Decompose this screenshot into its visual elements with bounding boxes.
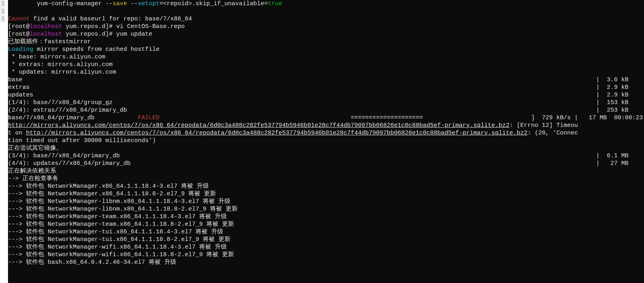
resolving-deps: 正在解决依赖关系 <box>8 167 644 175</box>
blank-line <box>8 8 644 15</box>
package-row: ---> 软件包 NetworkManager-tui.x86_64.1.1.1… <box>8 236 644 243</box>
error-baseurl: Cannot find a valid baseurl for repo: ba… <box>8 15 644 23</box>
package-row: ---> 软件包 NetworkManager-wifi.x86_64.1.1.… <box>8 251 644 259</box>
previous-command-fragment: yum-config-manager --save --setopt=<repo… <box>8 0 644 8</box>
package-row: ---> 软件包 NetworkManager-tui.x86_64.1.1.1… <box>8 228 644 236</box>
mirror-url: http://mirrors.aliyuncs.com/centos/7/os/… <box>26 130 527 136</box>
repo-download-row: base | 3.6 kB 00:00:00 <box>8 76 644 84</box>
checking-transaction: --> 正在检查事务 <box>8 175 644 183</box>
mirror-entry: * updates: mirrors.aliyun.com <box>8 68 644 76</box>
package-row: ---> 软件包 NetworkManager-team.x86_64.1.1.… <box>8 221 644 228</box>
mirror-entry: * base: mirrors.aliyun.com <box>8 53 644 61</box>
terminal-output[interactable]: yum-config-manager --save --setopt=<repo… <box>8 0 644 283</box>
repo-download-row: (1/4): base/7/x86_64/group_gz | 153 kB 0… <box>8 99 644 106</box>
error-url-line-1: http://mirrors.aliyuncs.com/centos/7/os/… <box>8 122 644 129</box>
repo-download-failed-row: base/7/x86_64/primary_db FAILED ========… <box>8 114 644 122</box>
package-row: ---> 软件包 NetworkManager-wifi.x86_64.1.1.… <box>8 243 644 251</box>
repo-download-row: extras | 2.9 kB 00:00:00 <box>8 84 644 91</box>
repo-download-row: (4/4): updates/7/x86_64/primary_db | 27 … <box>8 160 644 167</box>
package-row: ---> 软件包 NetworkManager.x86_64.1.1.18.8-… <box>8 190 644 198</box>
mirror-url: http://mirrors.aliyuncs.com/centos/7/os/… <box>8 122 509 129</box>
line-number: 1 <box>0 8 5 15</box>
line-number-gutter: 1 1 1 <box>0 0 6 23</box>
repo-download-row: (3/4): base/7/x86_64/primary_db | 6.1 MB… <box>8 152 644 160</box>
plugins-loaded: 已加载插件：fastestmirror <box>8 38 644 46</box>
package-row: ---> 软件包 NetworkManager-team.x86_64.1.1.… <box>8 213 644 221</box>
package-row: ---> 软件包 NetworkManager.x86_64.1.1.18.4-… <box>8 183 644 190</box>
line-number: 1 <box>0 15 5 23</box>
shell-prompt-vi: [root@localhost yum.repos.d]# vi CentOS-… <box>8 23 644 30</box>
shell-prompt-yum-update: [root@localhost yum.repos.d]# yum update <box>8 30 644 38</box>
repo-download-row: updates | 2.9 kB 00:00:00 <box>8 91 644 99</box>
error-url-line-2: t on http://mirrors.aliyuncs.com/centos/… <box>8 129 644 137</box>
package-row: ---> 软件包 bash.x86_64.0.4.2.46-34.el7 将被 … <box>8 259 644 266</box>
repo-download-row: (2/4): extras/7/x86_64/primary_db | 253 … <box>8 106 644 114</box>
error-url-line-3: tion timed out after 30000 milliseconds'… <box>8 137 644 145</box>
line-number: 1 <box>0 0 5 8</box>
package-row: ---> 软件包 NetworkManager-libnm.x86_64.1.1… <box>8 205 644 213</box>
mirror-entry: * extras: mirrors.aliyun.com <box>8 61 644 68</box>
loading-mirrors: Loading mirror speeds from cached hostfi… <box>8 46 644 53</box>
package-row: ---> 软件包 NetworkManager-libnm.x86_64.1.1… <box>8 198 644 205</box>
retry-mirrors: 正在尝试其它镜像。 <box>8 145 644 152</box>
